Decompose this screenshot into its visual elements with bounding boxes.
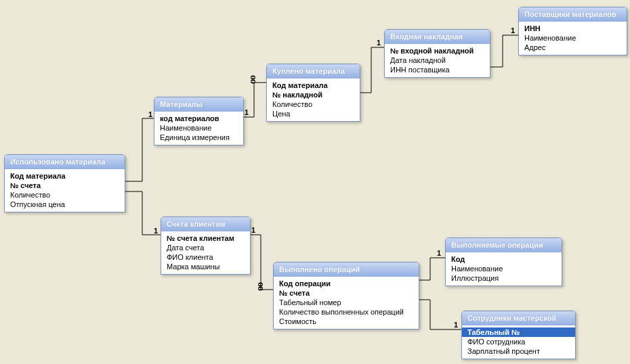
entity-field[interactable]: Отпускная цена	[5, 200, 125, 209]
entity-field[interactable]: Наименование	[446, 264, 562, 273]
entity-title[interactable]: Материалы	[154, 97, 243, 112]
entity-field-list: ИНННаименованиеАдрес	[519, 22, 627, 55]
card-one: 1	[245, 108, 249, 116]
entity-title[interactable]: Куплено материала	[267, 64, 360, 78]
card-one: 1	[454, 321, 458, 329]
entity-field[interactable]: Адрес	[519, 43, 627, 52]
entity-field[interactable]: Иллюстрация	[446, 273, 562, 283]
card-one: 1	[437, 249, 441, 257]
card-one: 1	[251, 226, 255, 234]
entity-field-list: № входной накладнойДата накладнойИНН пос…	[385, 44, 490, 77]
entity-field-list: Код операции№ счетаТабельный номерКоличе…	[274, 277, 419, 329]
card-many: oo	[255, 282, 266, 290]
entity-field[interactable]: Единица измерения	[154, 133, 243, 142]
entity-ops-done[interactable]: Выполнено операцийКод операции№ счетаТаб…	[273, 262, 419, 329]
entity-field[interactable]: ИНН поставщика	[385, 65, 490, 74]
entity-field[interactable]: Табельный №	[462, 327, 575, 337]
entity-field[interactable]: Зарплатный процент	[462, 346, 575, 356]
card-many: oo	[248, 75, 259, 83]
entity-field[interactable]: Наименование	[519, 33, 627, 43]
entity-field[interactable]: № счета	[5, 181, 125, 190]
entity-title[interactable]: Поставщики материалов	[519, 7, 627, 22]
entity-field[interactable]: Стоимость	[274, 317, 419, 326]
entity-field-list: Табельный №ФИО сотрудникаЗарплатный проц…	[462, 325, 575, 359]
entity-field[interactable]: Количество выполненных операций	[274, 307, 419, 317]
entity-staff[interactable]: Сотрудники мастерскойТабельный №ФИО сотр…	[461, 311, 576, 359]
entity-field[interactable]: ИНН	[519, 24, 627, 33]
entity-field[interactable]: Дата счета	[161, 243, 250, 252]
entity-field[interactable]: Наименование	[154, 123, 243, 133]
entity-title[interactable]: Выполняемые операции	[446, 238, 562, 252]
entity-used[interactable]: Использовано материалаКод материала№ сче…	[4, 154, 125, 212]
entity-field[interactable]: № накладной	[267, 90, 360, 99]
entity-field-list: № счета клиентамДата счетаФИО клиентаМар…	[161, 231, 250, 274]
entity-materials[interactable]: Материалыкод материаловНаименованиеЕдини…	[154, 97, 244, 145]
entity-title[interactable]: Входная накладная	[385, 30, 490, 44]
entity-title[interactable]: Сотрудники мастерской	[462, 311, 575, 325]
entity-field[interactable]: Цена	[267, 109, 360, 118]
entity-field[interactable]: Марка машины	[161, 262, 250, 271]
entity-field[interactable]: Код	[446, 254, 562, 264]
entity-field[interactable]: Дата накладной	[385, 55, 490, 65]
card-one: 1	[377, 39, 381, 47]
card-one: 1	[148, 110, 152, 118]
entity-bought[interactable]: Куплено материалаКод материала№ накладно…	[266, 64, 360, 122]
entity-field[interactable]: Код операции	[274, 279, 419, 288]
entity-field[interactable]: Количество	[267, 99, 360, 109]
entity-field[interactable]: ФИО клиента	[161, 252, 250, 262]
card-one: 1	[511, 26, 515, 35]
entity-title[interactable]: Выполнено операций	[274, 263, 419, 277]
entity-field-list: Код материала№ накладнойКоличествоЦена	[267, 78, 360, 121]
entity-field-list: КодНаименованиеИллюстрация	[446, 252, 562, 286]
entity-bills[interactable]: Счета клиентам№ счета клиентамДата счета…	[161, 217, 251, 275]
card-one: 1	[154, 227, 158, 235]
entity-field[interactable]: код материалов	[154, 114, 243, 123]
entity-field[interactable]: № счета клиентам	[161, 233, 250, 243]
entity-field[interactable]: Табельный номер	[274, 298, 419, 307]
entity-field[interactable]: Количество	[5, 190, 125, 200]
entity-field[interactable]: Код материала	[267, 81, 360, 90]
entity-field-list: Код материала№ счетаКоличествоОтпускная …	[5, 169, 125, 212]
entity-suppliers[interactable]: Поставщики материаловИНННаименованиеАдре…	[518, 7, 627, 55]
entity-title[interactable]: Использовано материала	[5, 155, 125, 169]
entity-field[interactable]: № входной накладной	[385, 46, 490, 55]
entity-field[interactable]: № счета	[274, 288, 419, 298]
entity-title[interactable]: Счета клиентам	[161, 217, 250, 231]
entity-ops[interactable]: Выполняемые операцииКодНаименованиеИллюс…	[445, 237, 562, 286]
entity-field-list: код материаловНаименованиеЕдиница измере…	[154, 112, 243, 145]
entity-field[interactable]: Код материала	[5, 171, 125, 181]
entity-field[interactable]: ФИО сотрудника	[462, 337, 575, 346]
entity-invoice-in[interactable]: Входная накладная№ входной накладнойДата…	[384, 29, 490, 78]
